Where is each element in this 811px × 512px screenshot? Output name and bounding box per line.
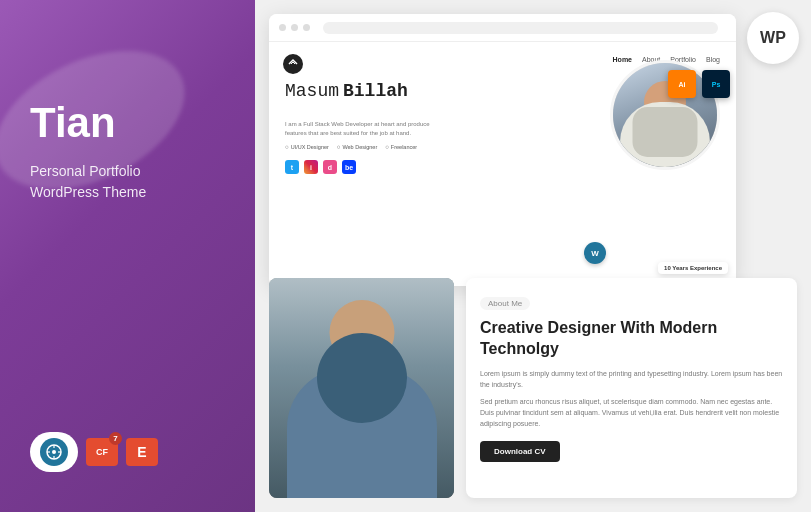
wordpress-plugin-badge	[30, 432, 78, 472]
psd-software-badge: Ps	[702, 70, 730, 98]
nav-dot-1	[279, 24, 286, 31]
hero-tag-1: UI/UX Designer	[285, 144, 329, 150]
hero-name-container: Masum Billah	[285, 82, 408, 100]
cf7-container: CF 7	[86, 438, 118, 466]
browser-page-content: Home About Portfolio Blog Ai Ps Masum	[269, 42, 736, 286]
about-title-line1: Creative Designer With Modern	[480, 318, 783, 339]
cf7-icon: CF 7	[86, 438, 118, 466]
url-bar	[323, 22, 718, 34]
behance-icon[interactable]: be	[342, 160, 356, 174]
dribbble-icon[interactable]: d	[323, 160, 337, 174]
ai-label: Ai	[679, 81, 686, 88]
theme-title: Tian	[30, 100, 225, 146]
about-title: Creative Designer With Modern Technolgy	[480, 318, 783, 360]
ai-software-badge: Ai	[668, 70, 696, 98]
hero-tags: UI/UX Designer Web Designer Freelancer	[285, 144, 417, 150]
person-photo-panel	[269, 278, 454, 498]
browser-nav-bar	[269, 14, 736, 42]
elementor-label: E	[137, 444, 146, 460]
hero-last-name: Billah	[343, 82, 408, 100]
twitter-icon[interactable]: t	[285, 160, 299, 174]
theme-subtitle: Personal Portfolio WordPress Theme	[30, 161, 225, 203]
site-logo	[283, 54, 303, 74]
download-cv-button[interactable]: Download CV	[480, 441, 560, 462]
wp-icon	[40, 438, 68, 466]
about-panel: About Me Creative Designer With Modern T…	[466, 278, 797, 498]
experience-label: Experience	[690, 265, 722, 271]
experience-badge: 10 Years Experience	[658, 262, 728, 274]
wp-badge: WP	[747, 12, 799, 64]
instagram-icon[interactable]: i	[304, 160, 318, 174]
hero-description: I am a Full Stack Web Developer at heart…	[285, 120, 445, 138]
bottom-section: About Me Creative Designer With Modern T…	[269, 278, 797, 498]
sidebar: Tian Personal Portfolio WordPress Theme …	[0, 0, 255, 512]
hero-first-name: Masum	[285, 82, 339, 100]
w-badge: W	[584, 242, 606, 264]
elementor-icon: E	[126, 438, 158, 466]
nav-blog[interactable]: Blog	[706, 56, 720, 63]
about-text-2: Sed pretium arcu rhoncus risus aliquet, …	[480, 396, 783, 430]
about-text-1: Lorem ipsum is simply dummy text of the …	[480, 368, 783, 390]
photo-shirt	[317, 333, 407, 423]
subtitle-line2: WordPress Theme	[30, 182, 225, 203]
svg-point-1	[52, 450, 56, 454]
about-section-label: About Me	[480, 297, 530, 310]
nav-dot-2	[291, 24, 298, 31]
hero-tag-2: Web Designer	[337, 144, 377, 150]
plugin-badges: CF 7 E	[30, 432, 225, 472]
about-title-line2: Technolgy	[480, 339, 783, 360]
nav-home[interactable]: Home	[613, 56, 632, 63]
hero-social-icons: t i d be	[285, 160, 356, 174]
experience-years: 10 Years	[664, 265, 688, 271]
nav-dot-3	[303, 24, 310, 31]
content-area: WP Home About Port	[255, 0, 811, 512]
subtitle-line1: Personal Portfolio	[30, 161, 225, 182]
cf-text: CF	[96, 447, 108, 457]
browser-mockup: Home About Portfolio Blog Ai Ps Masum	[269, 14, 736, 286]
browser-inner: Home About Portfolio Blog Ai Ps Masum	[269, 42, 736, 286]
cf7-number: 7	[109, 432, 122, 445]
psd-label: Ps	[712, 81, 721, 88]
person-body	[633, 107, 698, 157]
hero-tag-3: Freelancer	[385, 144, 417, 150]
